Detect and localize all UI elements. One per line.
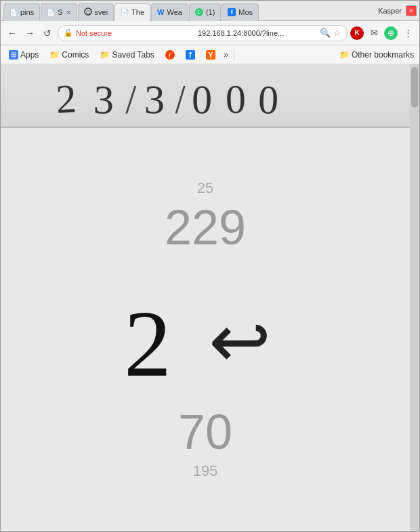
scrollbar-thumb[interactable] xyxy=(411,67,418,108)
other-bookmarks[interactable]: 📁 Other bookmarks xyxy=(339,50,414,60)
tab-label-wea: Wea xyxy=(167,8,182,16)
svg-text:0: 0 xyxy=(225,76,246,120)
separator xyxy=(234,49,234,60)
lock-icon: 🔒 xyxy=(64,28,73,37)
tab-icon-1: ① xyxy=(195,8,203,16)
title-bar: 📄 pins 📄 S ✕ ⬡ svei 📄 The W Wea xyxy=(1,1,419,21)
folder-icon-other: 📁 xyxy=(339,50,350,60)
bookmark-comics[interactable]: 📁 Comics xyxy=(47,49,91,61)
apps-label: Apps xyxy=(20,50,39,60)
middle-section: 25 229 2 ↩ 70 195 xyxy=(1,128,410,531)
bottom-numbers: 70 195 xyxy=(178,404,232,480)
more-bookmarks-button[interactable]: » xyxy=(224,49,228,60)
svg-text:⬡: ⬡ xyxy=(86,9,90,14)
tab-icon-s: 📄 xyxy=(47,9,55,16)
content-area: 2 3 / 3 / 0 0 0 xyxy=(1,64,419,531)
facebook-icon: f xyxy=(186,50,195,60)
tab-icon-wea: W xyxy=(157,8,164,16)
number-70: 70 xyxy=(178,404,232,460)
not-secure-label: Not secure xyxy=(76,29,195,37)
large-number-229: 229 xyxy=(165,200,246,255)
svg-text:/: / xyxy=(174,76,187,120)
folder-icon-saved: 📁 xyxy=(100,50,110,60)
reload-button[interactable]: ↺ xyxy=(40,26,55,41)
tab-icon-pins: 📄 xyxy=(9,9,18,16)
address-bar[interactable]: 🔒 Not secure 192.168.1.24:8000/?line... … xyxy=(58,25,348,41)
url-text: 192.168.1.24:8000/?line... xyxy=(198,29,317,37)
tab-svei[interactable]: ⬡ svei xyxy=(78,3,114,21)
nav-icons: K ✉ ⊕ ⋮ xyxy=(350,26,415,41)
tab-label-s: S xyxy=(58,8,62,16)
tab-strip: 📄 pins 📄 S ✕ ⬡ svei 📄 The W Wea xyxy=(3,1,374,21)
tab-label-pins: pins xyxy=(20,8,34,16)
tab-label-1: (1) xyxy=(206,8,215,16)
tab-s[interactable]: 📄 S ✕ xyxy=(41,3,77,21)
svg-text:0: 0 xyxy=(257,77,279,120)
svg-text:2: 2 xyxy=(124,291,171,384)
svg-text:↩: ↩ xyxy=(209,301,271,383)
bookmark-saved-tabs[interactable]: 📁 Saved Tabs xyxy=(97,49,157,61)
svg-text:3: 3 xyxy=(144,77,165,120)
handwritten-2-arrow-svg: 2 ↩ xyxy=(104,275,307,384)
tab-label-mos: Mos xyxy=(238,8,253,16)
tab-the[interactable]: 📄 The xyxy=(114,3,150,21)
window-controls: Kasper ✕ xyxy=(378,5,417,16)
kasper-label: Kasper xyxy=(378,7,402,15)
svg-text:0: 0 xyxy=(192,77,213,120)
reddit-icon: r xyxy=(165,50,175,60)
small-number-top: 25 xyxy=(197,179,213,197)
tab-label-svei: svei xyxy=(95,8,108,16)
bookmark-facebook[interactable]: f xyxy=(183,49,198,61)
yc-icon: Y xyxy=(206,50,215,60)
bookmarks-bar: ⊞ Apps 📁 Comics 📁 Saved Tabs r f Y » 📁 O… xyxy=(1,45,419,64)
tab-icon-svei: ⬡ xyxy=(84,7,92,17)
folder-icon-comics: 📁 xyxy=(49,50,60,60)
kaspersky-icon[interactable]: K xyxy=(350,26,364,40)
forward-button[interactable]: → xyxy=(22,26,37,41)
scrollbar[interactable] xyxy=(410,64,419,531)
tab-wea[interactable]: W Wea xyxy=(151,3,188,21)
tab-icon-mos: f xyxy=(228,8,236,16)
tab-pins[interactable]: 📄 pins xyxy=(3,3,40,21)
close-button[interactable]: ✕ xyxy=(406,5,417,16)
top-display-box: 2 3 / 3 / 0 0 0 xyxy=(1,64,410,128)
svg-text:2: 2 xyxy=(55,76,77,120)
browser-window: 📄 pins 📄 S ✕ ⬡ svei 📄 The W Wea xyxy=(0,0,420,532)
tab-1[interactable]: ① (1) xyxy=(189,3,221,21)
star-icon[interactable]: ☆ xyxy=(333,28,341,38)
tab-mos[interactable]: f Mos xyxy=(222,3,259,21)
other-bookmarks-label: Other bookmarks xyxy=(352,50,414,60)
search-icon: 🔍 xyxy=(320,28,331,38)
extension-icon[interactable]: ⊕ xyxy=(384,26,398,40)
mail-icon[interactable]: ✉ xyxy=(366,26,381,41)
tab-label-the: The xyxy=(131,8,144,16)
svg-text:3: 3 xyxy=(93,77,114,120)
bookmark-reddit[interactable]: r xyxy=(163,49,177,61)
bookmark-yc[interactable]: Y xyxy=(203,49,218,61)
tab-close-s[interactable]: ✕ xyxy=(66,9,71,16)
top-handwritten-svg: 2 3 / 3 / 0 0 0 xyxy=(16,71,395,120)
saved-tabs-label: Saved Tabs xyxy=(112,50,154,60)
nav-bar: ← → ↺ 🔒 Not secure 192.168.1.24:8000/?li… xyxy=(1,21,419,45)
back-button[interactable]: ← xyxy=(5,26,20,41)
number-195: 195 xyxy=(193,462,218,480)
page-content: 2 3 / 3 / 0 0 0 xyxy=(1,64,410,531)
apps-icon: ⊞ xyxy=(9,50,18,60)
handwritten-section: 2 ↩ xyxy=(104,275,307,384)
bookmark-apps[interactable]: ⊞ Apps xyxy=(6,49,41,61)
svg-text:/: / xyxy=(125,77,137,120)
more-button[interactable]: ⋮ xyxy=(400,26,415,41)
tab-icon-the: 📄 xyxy=(121,9,129,16)
comics-label: Comics xyxy=(62,50,89,60)
